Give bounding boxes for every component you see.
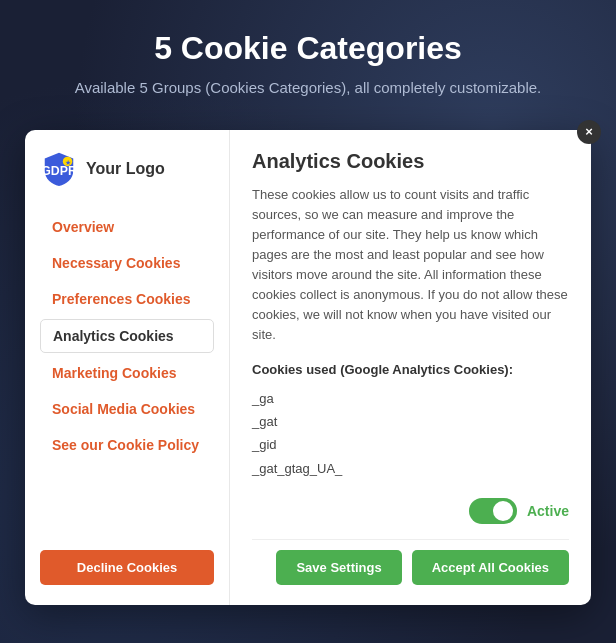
content-description: These cookies allow us to count visits a… <box>252 185 569 346</box>
page-title: 5 Cookie Categories <box>60 30 556 67</box>
active-toggle[interactable] <box>469 498 517 524</box>
cookie-item-gid: _gid <box>252 433 569 456</box>
cookie-item-gat: _gat <box>252 410 569 433</box>
cookie-list: _ga _gat _gid _gat_gtag_UA_ <box>252 387 569 481</box>
sidebar-item-preferences[interactable]: Preferences Cookies <box>40 283 214 315</box>
content-title: Analytics Cookies <box>252 150 569 173</box>
sidebar-item-policy[interactable]: See our Cookie Policy <box>40 429 214 461</box>
toggle-label: Active <box>527 503 569 519</box>
page-subtitle: Available 5 Groups (Cookies Categories),… <box>60 77 556 100</box>
sidebar-item-necessary[interactable]: Necessary Cookies <box>40 247 214 279</box>
sidebar-item-analytics[interactable]: Analytics Cookies <box>40 319 214 353</box>
svg-text:GDPR: GDPR <box>41 163 77 177</box>
sidebar-footer: Decline Cookies <box>40 535 214 585</box>
cookie-item-ga: _ga <box>252 387 569 410</box>
sidebar-nav: Overview Necessary Cookies Preferences C… <box>40 211 214 461</box>
toggle-row: Active <box>252 498 569 524</box>
logo-icon: GDPR ★ <box>40 150 78 188</box>
logo-area: GDPR ★ Your Logo <box>40 150 214 193</box>
cookie-item-gat-gtag: _gat_gtag_UA_ <box>252 457 569 480</box>
save-settings-button[interactable]: Save Settings <box>276 550 401 585</box>
accept-all-cookies-button[interactable]: Accept All Cookies <box>412 550 569 585</box>
svg-text:★: ★ <box>65 158 71 165</box>
action-buttons: Save Settings Accept All Cookies <box>252 539 569 585</box>
sidebar-item-marketing[interactable]: Marketing Cookies <box>40 357 214 389</box>
sidebar: GDPR ★ Your Logo Overview Necessary Cook… <box>25 130 230 606</box>
header-section: 5 Cookie Categories Available 5 Groups (… <box>0 0 616 120</box>
close-button[interactable]: × <box>577 120 601 144</box>
cookies-used-label: Cookies used (Google Analytics Cookies): <box>252 362 569 377</box>
cookie-modal: × GDPR ★ Your Logo Overview Necessary Co… <box>25 130 591 606</box>
content-area: Analytics Cookies These cookies allow us… <box>230 130 591 606</box>
decline-cookies-button[interactable]: Decline Cookies <box>40 550 214 585</box>
sidebar-item-social[interactable]: Social Media Cookies <box>40 393 214 425</box>
logo-text: Your Logo <box>86 160 165 178</box>
sidebar-item-overview[interactable]: Overview <box>40 211 214 243</box>
